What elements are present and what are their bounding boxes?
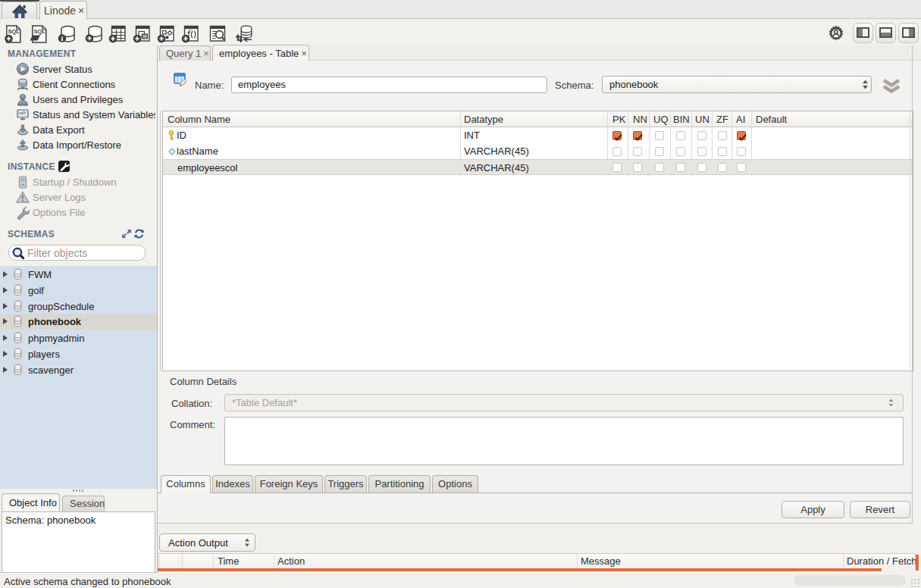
svg-text:SQL: SQL [34, 28, 46, 35]
svg-text:SQL: SQL [8, 28, 20, 35]
